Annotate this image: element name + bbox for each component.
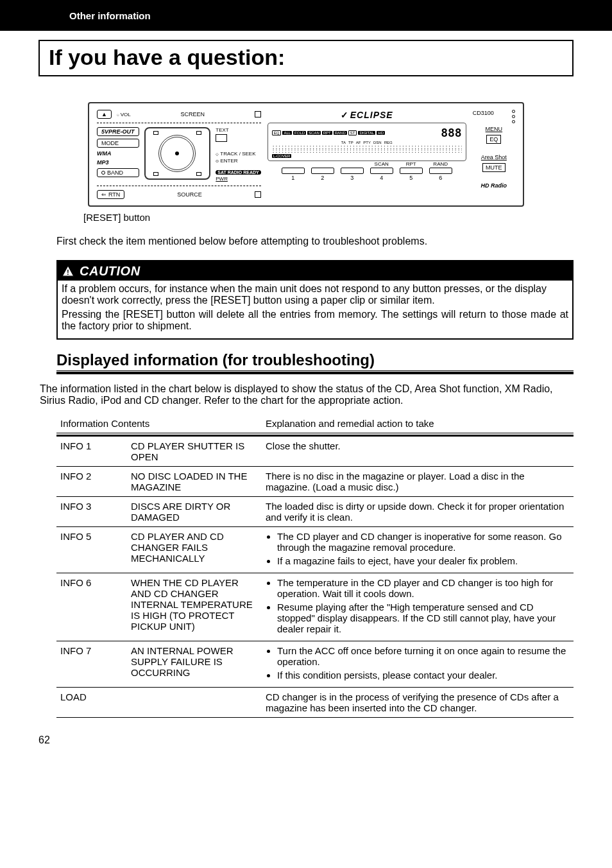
reset-button-caption: [RESET] button xyxy=(83,212,612,223)
info-action: Close the shutter. xyxy=(262,436,574,467)
lcd-sub: DSN xyxy=(373,141,382,144)
vol-label: ○ VOL xyxy=(117,112,131,117)
device-illustration: ▲ ○ VOL SCREEN 5VPRE-OUT MODE WMA MP3 BA… xyxy=(88,102,524,207)
info-table: Information Contents Explanation and rem… xyxy=(56,415,574,718)
lcd-dotmatrix: ::::::::::::::::::::::::::::::::::::::::… xyxy=(272,146,462,157)
device-center: ECLIPSE EQ ALL FOLD SCAN RPT RAND ST DIG… xyxy=(268,110,466,199)
lcd-lcover: L-COVER xyxy=(272,154,292,158)
section-header-text: Other information xyxy=(69,10,151,21)
eq-button: EQ xyxy=(486,135,501,144)
section-header-bar: Other information xyxy=(0,0,612,31)
lcd-flag: RPT xyxy=(322,131,332,135)
band-button: BAND xyxy=(97,168,139,177)
preset-3: 3 xyxy=(341,168,364,174)
info-action-item: The temperature in the CD player and CD … xyxy=(277,577,570,599)
table-row: INFO 5CD PLAYER AND CD CHANGER FAILS MEC… xyxy=(56,527,574,573)
caution-body: If a problem occurs, for instance when t… xyxy=(58,281,572,338)
screen-button xyxy=(255,111,261,117)
table-row: LOADCD changer is in the process of veri… xyxy=(56,688,574,718)
info-code: INFO 1 xyxy=(56,436,127,467)
caution-label: CAUTION xyxy=(80,264,140,279)
text-button-icon xyxy=(216,134,227,142)
device-left: ▲ ○ VOL SCREEN 5VPRE-OUT MODE WMA MP3 BA… xyxy=(97,110,261,199)
mode-button: MODE xyxy=(97,139,139,148)
th-explanation: Explanation and remedial action to take xyxy=(262,415,574,433)
section-title-rule xyxy=(56,370,574,374)
content-area: First check the item mentioned below bef… xyxy=(0,223,612,718)
lcd-sub: TA xyxy=(341,141,346,144)
lcd-sub: TP xyxy=(348,141,353,144)
mp3-label: MP3 xyxy=(97,159,139,166)
table-row: INFO 7AN INTERNAL POWER SUPPLY FAILURE I… xyxy=(56,641,574,688)
lcd-flag: ST xyxy=(348,130,357,135)
preout-badge: 5VPRE-OUT xyxy=(97,127,139,136)
hd-radio-label: HD Radio xyxy=(481,182,507,189)
info-action-item: If this condition persists, please conta… xyxy=(277,670,570,681)
section-title: Displayed information (for troubleshooti… xyxy=(56,351,574,369)
table-intro: The information listed in the chart belo… xyxy=(40,383,574,406)
info-contents: CD PLAYER SHUTTER IS OPEN xyxy=(127,436,262,467)
lcd-flag: ALL xyxy=(282,131,292,135)
caution-p2: Pressing the [RESET] button will delete … xyxy=(62,309,568,332)
table-row: INFO 6WHEN THE CD PLAYER AND CD CHANGER … xyxy=(56,573,574,641)
info-code: INFO 3 xyxy=(56,497,127,527)
track-next-icon xyxy=(196,131,201,135)
indicator-dots xyxy=(512,110,515,123)
lcd-sub: AF xyxy=(356,141,361,144)
text-button-label: TEXT xyxy=(216,127,228,133)
caution-p1: If a problem occurs, for instance when t… xyxy=(62,283,568,306)
lcd-panel: EQ ALL FOLD SCAN RPT RAND ST DIGITAL HD … xyxy=(268,123,466,161)
menu-label: MENU xyxy=(486,126,503,132)
preset-buttons: 1 2 3 SCAN4 RPT5 RAND6 xyxy=(268,168,466,174)
lcd-flag: HD xyxy=(377,131,385,135)
rotary-knob xyxy=(158,135,196,172)
info-action: CD changer is in the process of verifyin… xyxy=(262,688,574,718)
page-number: 62 xyxy=(38,734,612,746)
preset-6-rand: RAND6 xyxy=(429,168,452,174)
info-code: LOAD xyxy=(56,688,127,718)
preset-2: 2 xyxy=(311,168,334,174)
table-row: INFO 2NO DISC LOADED IN THE MAGAZINETher… xyxy=(56,467,574,497)
info-code: INFO 6 xyxy=(56,573,127,641)
caution-box: ! CAUTION If a problem occurs, for insta… xyxy=(56,260,574,340)
model-label: CD3100 xyxy=(473,110,494,116)
mute-button: MUTE xyxy=(482,163,506,172)
rtn-button: ⇐RTN xyxy=(97,190,124,199)
lcd-flag: FOLD xyxy=(293,131,306,135)
brand-logo: ECLIPSE xyxy=(268,110,466,120)
screen-label: SCREEN xyxy=(180,111,205,117)
source-button xyxy=(255,191,261,198)
lcd-eq: EQ xyxy=(272,130,282,135)
track-seek-label: ◇ TRACK / SEEK xyxy=(216,151,255,157)
track-prev-icon xyxy=(153,131,158,135)
lcd-digits: 888 xyxy=(441,126,462,139)
info-action-item: The CD player and CD changer is inoperat… xyxy=(277,531,570,553)
table-row: INFO 1CD PLAYER SHUTTER IS OPENClose the… xyxy=(56,436,574,467)
section-title-wrap: Displayed information (for troubleshooti… xyxy=(56,351,574,374)
eject-button-icon: ▲ xyxy=(97,110,112,119)
enter-label: ⊙ ENTER xyxy=(216,158,237,164)
info-contents: CD PLAYER AND CD CHANGER FAILS MECHANICA… xyxy=(127,527,262,573)
info-action: There is no disc in the magazine or play… xyxy=(262,467,574,497)
knob-frame xyxy=(144,127,211,180)
info-code: INFO 5 xyxy=(56,527,127,573)
lcd-sub: REG xyxy=(384,141,393,144)
info-action: The loaded disc is dirty or upside down.… xyxy=(262,497,574,527)
th-information-contents: Information Contents xyxy=(56,415,262,433)
info-action: Turn the ACC off once before turning it … xyxy=(262,641,574,688)
intro-text: First check the item mentioned below bef… xyxy=(56,236,574,247)
nav-left-icon xyxy=(153,172,158,176)
pwr-label: PWR xyxy=(216,176,228,182)
info-code: INFO 2 xyxy=(56,467,127,497)
info-action-item: Resume playing after the "High temperatu… xyxy=(277,602,570,634)
page-title: If you have a question: xyxy=(38,40,574,76)
warning-icon: ! xyxy=(62,265,74,277)
info-code: INFO 7 xyxy=(56,641,127,688)
info-contents: NO DISC LOADED IN THE MAGAZINE xyxy=(127,467,262,497)
preset-4-scan: SCAN4 xyxy=(370,168,393,174)
title-wrap: If you have a question: xyxy=(0,31,612,76)
table-row: INFO 3DISCS ARE DIRTY OR DAMAGEDThe load… xyxy=(56,497,574,527)
info-contents xyxy=(127,688,262,718)
source-label: SOURCE xyxy=(177,191,202,198)
caution-header: ! CAUTION xyxy=(58,261,572,281)
